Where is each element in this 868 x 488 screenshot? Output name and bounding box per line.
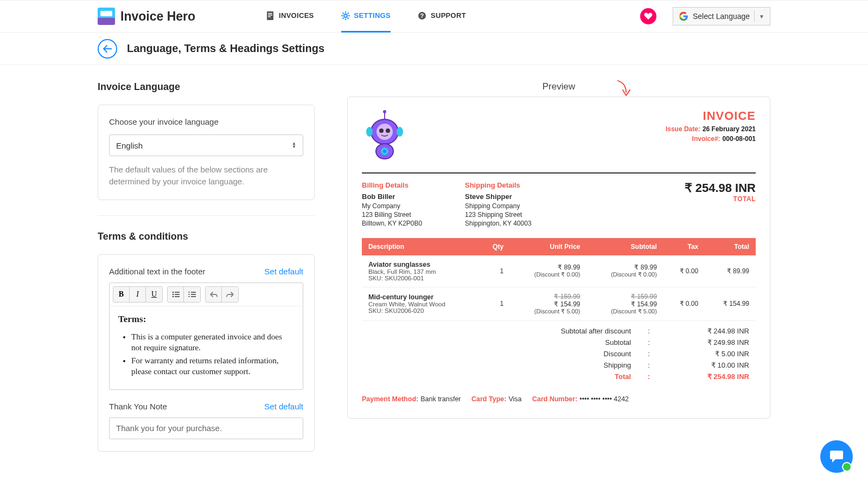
settings-icon [341, 11, 350, 20]
logo-icon [98, 8, 115, 25]
svg-rect-22 [191, 294, 196, 295]
google-translate-select[interactable]: Select Language ▼ [673, 7, 770, 25]
svg-line-10 [347, 17, 348, 18]
divider [98, 215, 315, 216]
support-icon: ? [418, 11, 426, 20]
favorite-button[interactable] [640, 8, 656, 24]
thank-set-default[interactable]: Set default [264, 402, 303, 411]
svg-point-28 [383, 110, 386, 113]
svg-rect-2 [268, 15, 272, 16]
svg-point-34 [397, 127, 403, 137]
company-logo [362, 109, 408, 160]
billing-block: Billing Details Bob Biller My Company 12… [362, 181, 465, 228]
svg-rect-1 [268, 13, 272, 14]
thank-label: Thank You Note [109, 402, 167, 411]
summary-table: Subtotal after discount:₹ 244.98 INRSubt… [362, 325, 756, 382]
nav-settings[interactable]: SETTINGS [341, 1, 391, 33]
nav-support[interactable]: ? SUPPORT [418, 1, 466, 33]
editor-body[interactable]: Terms: This is a computer generated invo… [110, 306, 303, 389]
preview-arrow-icon [616, 79, 633, 102]
nav-invoices[interactable]: INVOICES [266, 1, 314, 33]
shipping-block: Shipping Details Steve Shipper Shipping … [465, 181, 584, 228]
footer-text-label: Additional text in the footer [109, 267, 206, 276]
logo[interactable]: Invoice Hero [98, 8, 195, 25]
invoice-no-key: Invoice#: [692, 135, 720, 143]
language-select[interactable]: English ▲▼ [109, 134, 303, 156]
svg-rect-21 [191, 292, 196, 293]
terms-heading: Terms: [118, 314, 294, 325]
table-row: Aviator sunglassesBlack, Full Rim, 137 m… [362, 255, 756, 287]
terms-bullet: For warranty and returns related informa… [131, 355, 294, 377]
svg-point-33 [366, 127, 373, 137]
svg-point-4 [344, 14, 347, 17]
google-icon [679, 11, 688, 21]
line-items-table: Description Qty Unit Price Subtotal Tax … [362, 238, 756, 321]
svg-rect-16 [175, 292, 180, 293]
invoice-preview: INVOICE Issue Date:26 February 2021 Invo… [347, 97, 770, 419]
col-tax: Tax [663, 238, 705, 255]
svg-line-9 [342, 12, 343, 14]
subheader: Language, Terms & Headings Settings [0, 33, 868, 65]
svg-rect-18 [175, 294, 180, 295]
page-title: Language, Terms & Headings Settings [127, 42, 324, 55]
svg-rect-25 [188, 294, 190, 294]
svg-rect-20 [175, 296, 180, 297]
svg-rect-23 [191, 296, 196, 297]
preview-label: Preview [347, 81, 770, 92]
language-value: English [116, 141, 143, 150]
col-subtotal: Subtotal [586, 238, 663, 255]
svg-rect-0 [267, 11, 273, 20]
top-bar: Invoice Hero INVOICES SETTINGS ? SUPPORT [0, 0, 868, 33]
col-qty: Qty [479, 238, 510, 255]
invoice-no-value: 000-08-001 [723, 135, 756, 143]
svg-point-31 [379, 129, 384, 133]
grand-total-block: ₹ 254.98 INR TOTAL [685, 181, 756, 228]
thank-input[interactable] [109, 418, 303, 439]
issue-date-key: Issue Date: [666, 125, 700, 133]
svg-point-19 [172, 296, 174, 297]
footer-editor[interactable]: B I U [109, 282, 303, 390]
section-terms: Terms & conditions [98, 231, 315, 242]
footer-set-default[interactable]: Set default [264, 267, 303, 276]
language-help: The default values of the below sections… [109, 164, 303, 188]
nav-support-label: SUPPORT [431, 11, 466, 20]
section-invoice-language: Invoice Language [98, 81, 315, 93]
bold-button[interactable]: B [113, 287, 130, 302]
terms-card: Additional text in the footer Set defaul… [98, 254, 315, 452]
chevron-down-icon: ▼ [759, 14, 764, 20]
invoice-title: INVOICE [666, 109, 756, 123]
svg-point-17 [172, 293, 174, 295]
svg-text:?: ? [420, 12, 424, 19]
heart-icon [644, 12, 653, 20]
language-card: Choose your invoice language English ▲▼ … [98, 105, 315, 200]
nav-invoices-label: INVOICES [279, 11, 314, 20]
redo-button[interactable] [222, 287, 238, 302]
svg-rect-24 [188, 292, 190, 292]
undo-button[interactable] [206, 287, 222, 302]
arrow-left-icon [103, 45, 112, 53]
bullet-list-button[interactable] [168, 287, 184, 302]
svg-line-12 [342, 17, 343, 18]
underline-button[interactable]: U [146, 287, 162, 302]
italic-button[interactable]: I [130, 287, 146, 302]
svg-point-37 [383, 150, 386, 153]
select-caret-icon: ▲▼ [292, 142, 296, 149]
google-translate-label: Select Language [693, 12, 750, 21]
svg-rect-3 [268, 16, 271, 17]
numbered-list-button[interactable] [184, 287, 200, 302]
col-total: Total [705, 238, 756, 255]
col-description: Description [362, 238, 479, 255]
svg-point-32 [386, 129, 390, 133]
table-row: Mid-century loungerCream White, Walnut W… [362, 287, 756, 320]
svg-line-11 [347, 12, 348, 14]
svg-point-30 [376, 124, 393, 140]
payment-row: Payment Method:Bank transfer Card Type:V… [362, 395, 756, 403]
app-title: Invoice Hero [120, 9, 195, 24]
svg-rect-26 [188, 296, 190, 297]
terms-bullet: This is a computer generated invoice and… [131, 331, 294, 354]
chat-icon [829, 450, 844, 464]
main-nav: INVOICES SETTINGS ? SUPPORT [266, 1, 466, 33]
chat-fab[interactable] [820, 440, 853, 473]
editor-toolbar: B I U [110, 283, 303, 306]
back-button[interactable] [98, 39, 117, 59]
